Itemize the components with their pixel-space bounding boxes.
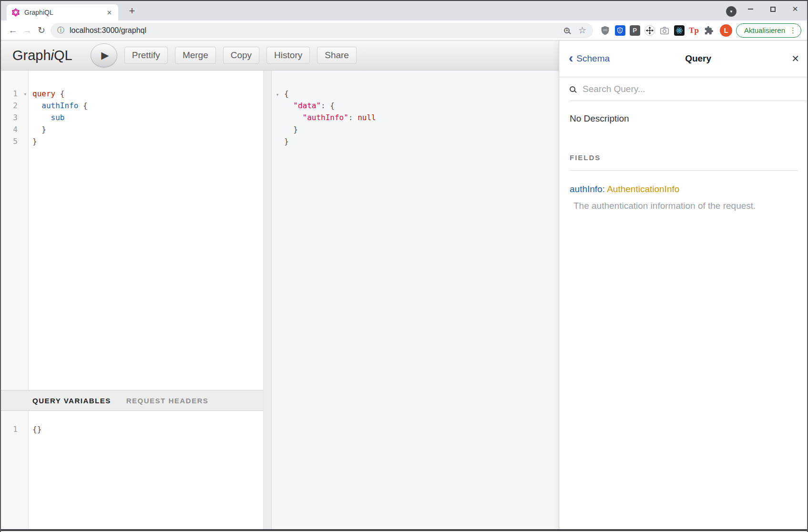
result-viewer-code: { "data": { "authInfo": null }} [283, 71, 559, 529]
window-maximize-button[interactable] [763, 1, 782, 17]
react-atom-icon [674, 25, 685, 36]
code-line: authInfo { [32, 100, 263, 112]
shield-icon: UO [600, 25, 610, 35]
doc-field-row: authInfo: AuthenticationInfo [570, 184, 798, 194]
doc-search-input[interactable] [582, 83, 799, 95]
new-tab-button[interactable]: + [125, 4, 139, 18]
line-number: 2 [1, 100, 28, 112]
code-line: {} [32, 423, 263, 435]
window-minimize-button[interactable] [741, 1, 760, 17]
variables-editor-code[interactable]: {} [29, 411, 263, 529]
fold-gutter-row [272, 100, 283, 112]
p-extension-icon: P [630, 25, 640, 36]
copy-button[interactable]: Copy [223, 47, 259, 64]
chevron-left-icon: ‹ [569, 51, 573, 65]
fold-gutter-row [272, 135, 283, 147]
pane-divider[interactable] [263, 71, 272, 529]
address-bar[interactable]: ⓘ localhost:3000/graphql + ☆ [51, 23, 593, 38]
move-arrows-icon [644, 25, 655, 36]
extension-camera-button[interactable] [657, 23, 672, 38]
tab-close-icon[interactable]: ✕ [105, 9, 113, 16]
line-number: 4 [1, 123, 28, 135]
extension-p-button[interactable]: P [627, 23, 642, 38]
prettify-button[interactable]: Prettify [124, 47, 168, 64]
window-close-button[interactable]: ✕ [786, 1, 805, 17]
doc-back-link[interactable]: ‹ Schema [569, 53, 610, 65]
refresh-prompt-button[interactable]: Aktualisieren ⋮ [736, 23, 801, 38]
profile-avatar[interactable]: L [720, 24, 732, 37]
code-line: } [284, 135, 559, 147]
line-number: 1▾ [1, 88, 28, 100]
doc-search-row [570, 77, 808, 101]
field-name-link[interactable]: authInfo [570, 184, 603, 194]
result-pane: ▾ { "data": { "authInfo": null }} [272, 71, 559, 529]
extension-ublock-button[interactable]: UO [598, 23, 613, 38]
extension-bitwarden-button[interactable] [613, 23, 627, 38]
code-line: } [284, 123, 559, 135]
bookmark-star-icon[interactable]: ☆ [578, 25, 586, 36]
code-line: "data": { [284, 100, 559, 112]
fields-section-header: FIELDS [570, 153, 798, 171]
execute-query-button[interactable]: ▶ [91, 43, 117, 67]
doc-close-icon[interactable]: ✕ [791, 53, 799, 64]
doc-explorer-content: No Description FIELDS authInfo: Authenti… [559, 101, 808, 211]
browser-status-arrow-icon[interactable]: ▼ [726, 6, 736, 17]
zoom-indicator-icon[interactable]: + [564, 28, 570, 33]
field-description: The authentication information of the re… [570, 201, 798, 211]
reload-button[interactable]: ↻ [34, 23, 49, 38]
forward-button: → [20, 23, 34, 38]
doc-explorer-panel: ‹ Schema Query ✕ No Description FIELDS a… [559, 41, 808, 529]
field-separator: : [603, 184, 607, 194]
graphiql-topbar: GraphiQL ▶ Prettify Merge Copy History S… [1, 41, 559, 71]
code-line: } [32, 135, 263, 147]
field-type-link[interactable]: AuthenticationInfo [607, 184, 679, 194]
line-number: 5 [1, 135, 28, 147]
tab-query-variables[interactable]: QUERY VARIABLES [32, 397, 111, 405]
camera-icon [659, 25, 670, 36]
code-line: "authInfo": null [284, 112, 559, 123]
query-editor-gutter: 1▾2345 [1, 71, 29, 390]
extensions-menu-button[interactable] [701, 23, 716, 38]
browser-toolbar: ← → ↻ ⓘ localhost:3000/graphql + ☆ UO P [1, 20, 807, 41]
extension-react-devtools-button[interactable] [672, 23, 686, 38]
share-button[interactable]: Share [317, 47, 357, 64]
browser-tab[interactable]: GraphiQL ✕ [7, 4, 118, 20]
tab-strip: GraphiQL ✕ + ▼ ✕ [1, 1, 807, 20]
tab-title: GraphiQL [24, 9, 105, 16]
refresh-prompt-label: Aktualisieren [744, 26, 785, 34]
result-fold-gutter: ▾ [272, 71, 283, 529]
tab-request-headers[interactable]: REQUEST HEADERS [126, 397, 209, 405]
variables-editor-gutter: 1 [1, 411, 29, 529]
doc-explorer-header: ‹ Schema Query ✕ [559, 41, 808, 77]
code-line: sub [32, 112, 263, 123]
history-button[interactable]: History [266, 47, 310, 64]
query-editor[interactable]: 1▾2345 query { authInfo { sub }} [1, 71, 263, 390]
back-button[interactable]: ← [6, 23, 20, 38]
code-line: { [284, 88, 559, 100]
search-icon [570, 86, 575, 92]
bitwarden-shield-icon [615, 25, 625, 36]
site-info-icon[interactable]: ⓘ [57, 26, 64, 35]
merge-button[interactable]: Merge [175, 47, 216, 64]
browser-window: GraphiQL ✕ + ▼ ✕ ← → ↻ ⓘ localhost:3000/… [0, 0, 808, 532]
variables-editor[interactable]: 1 {} [1, 411, 263, 529]
fold-arrow-icon[interactable]: ▾ [23, 88, 27, 100]
svg-text:UO: UO [603, 28, 607, 31]
puzzle-icon [704, 26, 714, 35]
more-options-icon[interactable]: ⋮ [789, 26, 797, 35]
graphiql-logo: GraphiQL [12, 48, 72, 63]
type-description: No Description [570, 113, 798, 124]
extension-move-button[interactable] [642, 23, 657, 38]
code-line: } [32, 123, 263, 135]
fold-gutter-row [272, 123, 283, 135]
query-editor-code[interactable]: query { authInfo { sub }} [29, 71, 263, 390]
extension-teleparty-button[interactable]: Tp [686, 23, 701, 38]
url-text[interactable]: localhost:3000/graphql [70, 26, 146, 35]
fold-arrow-icon[interactable]: ▾ [276, 92, 279, 98]
secondary-editor-tabs: QUERY VARIABLES REQUEST HEADERS [1, 390, 263, 411]
doc-explorer-title: Query [610, 53, 791, 64]
line-number: 1 [1, 423, 28, 435]
doc-back-label: Schema [576, 53, 610, 64]
teleparty-tp-icon: Tp [689, 26, 699, 35]
play-icon: ▶ [101, 50, 109, 61]
